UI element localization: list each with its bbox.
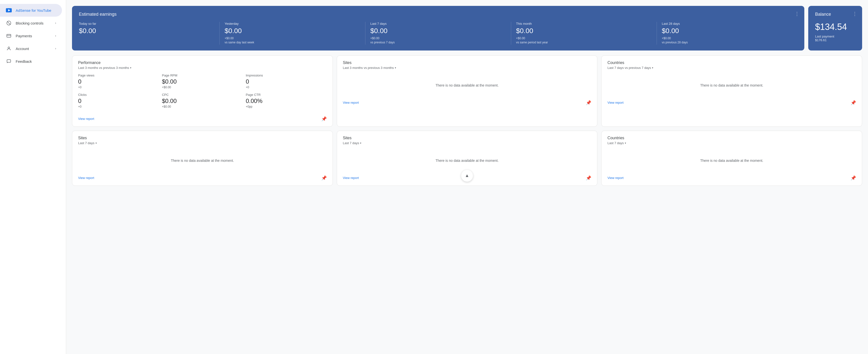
blocking-icon bbox=[6, 20, 12, 26]
account-arrow: › bbox=[55, 47, 56, 50]
middle-widgets-row: ⋮ Performance Last 3 months vs previous … bbox=[72, 55, 862, 127]
metric-impressions: Impressions 0 +0 bbox=[246, 73, 327, 89]
youtube-icon bbox=[6, 7, 12, 13]
balance-last-payment-label: Last payment bbox=[815, 35, 855, 38]
account-icon bbox=[6, 46, 12, 52]
sites2-subtitle: Last 7 days ▾ bbox=[343, 141, 591, 145]
svg-point-6 bbox=[8, 47, 10, 49]
main-content: Estimated earnings ⋮ Today so far $0.00 … bbox=[66, 0, 868, 354]
sites-bottom-subtitle: Last 7 days ▾ bbox=[78, 141, 327, 145]
earnings-period-thismonth: This month bbox=[516, 22, 652, 26]
sidebar-item-adsense-label: AdSense for YouTube bbox=[16, 8, 51, 12]
sites-bottom-dropdown-arrow[interactable]: ▾ bbox=[95, 142, 97, 144]
earnings-delta-yesterday: +$0.00 vs same day last week bbox=[225, 36, 360, 45]
svg-line-3 bbox=[7, 21, 10, 25]
performance-title: Performance bbox=[78, 61, 327, 65]
sidebar-item-blocking[interactable]: Blocking controls › bbox=[0, 17, 62, 29]
balance-amount: $134.54 bbox=[815, 22, 855, 32]
earnings-col-7days: Last 7 days $0.00 +$0.00 vs previous 7 d… bbox=[370, 22, 511, 45]
sidebar-item-adsense[interactable]: AdSense for YouTube bbox=[0, 4, 62, 17]
sidebar-item-payments[interactable]: Payments › bbox=[0, 29, 62, 42]
performance-view-report[interactable]: View report bbox=[78, 117, 94, 121]
sites1-title: Sites bbox=[343, 61, 591, 65]
countries1-subtitle: Last 7 days vs previous 7 days ▾ bbox=[608, 66, 856, 70]
sites-bottom-view-report[interactable]: View report bbox=[78, 176, 94, 180]
countries2-title: Countries bbox=[608, 136, 856, 140]
countries2-footer: View report 📌 bbox=[608, 172, 856, 181]
sidebar: AdSense for YouTube Blocking controls › … bbox=[0, 0, 66, 354]
sites-bottom-menu-button[interactable]: ⋮ bbox=[323, 136, 328, 142]
svg-rect-7 bbox=[7, 60, 11, 62]
sites-bottom-pin-icon[interactable]: 📌 bbox=[321, 175, 327, 181]
earnings-menu-button[interactable]: ⋮ bbox=[795, 11, 799, 17]
sites1-subtitle: Last 3 months vs previous 3 months ▾ bbox=[343, 66, 591, 70]
sidebar-item-account[interactable]: Account › bbox=[0, 42, 62, 55]
sidebar-item-account-label: Account bbox=[16, 47, 29, 51]
performance-dropdown-arrow[interactable]: ▾ bbox=[130, 66, 131, 69]
scroll-up-fab[interactable]: ▲ bbox=[461, 170, 473, 182]
performance-footer: View report 📌 bbox=[78, 113, 327, 122]
metric-pagerpm: Page RPM $0.00 +$0.00 bbox=[162, 73, 243, 89]
sidebar-item-feedback[interactable]: Feedback bbox=[0, 55, 62, 68]
earnings-col-today: Today so far $0.00 bbox=[79, 22, 220, 45]
blocking-arrow: › bbox=[55, 21, 56, 25]
sites1-view-report[interactable]: View report bbox=[343, 101, 359, 105]
sites-widget-1: ⋮ Sites Last 3 months vs previous 3 mont… bbox=[337, 55, 598, 127]
countries-widget-1: ⋮ Countries Last 7 days vs previous 7 da… bbox=[601, 55, 862, 127]
sites1-pin-icon[interactable]: 📌 bbox=[586, 100, 591, 106]
sites2-menu-button[interactable]: ⋮ bbox=[587, 136, 592, 142]
countries1-menu-button[interactable]: ⋮ bbox=[852, 61, 857, 66]
performance-subtitle: Last 3 months vs previous 3 months ▾ bbox=[78, 66, 327, 70]
earnings-delta-thismonth: +$0.00 vs same period last year bbox=[516, 36, 652, 45]
performance-pin-icon[interactable]: 📌 bbox=[321, 116, 327, 122]
performance-menu-button[interactable]: ⋮ bbox=[323, 61, 328, 66]
earnings-card: Estimated earnings ⋮ Today so far $0.00 … bbox=[72, 6, 804, 51]
countries1-pin-icon[interactable]: 📌 bbox=[850, 100, 856, 106]
countries1-no-data: There is no data available at the moment… bbox=[608, 73, 856, 92]
balance-last-payment-value: $176.61 bbox=[815, 38, 855, 42]
balance-menu-button[interactable]: ⋮ bbox=[852, 11, 857, 17]
metric-clicks: Clicks 0 +0 bbox=[78, 93, 159, 108]
earnings-col-yesterday: Yesterday $0.00 +$0.00 vs same day last … bbox=[225, 22, 365, 45]
earnings-title: Estimated earnings bbox=[79, 12, 798, 17]
sites-bottom-no-data: There is no data available at the moment… bbox=[78, 149, 327, 168]
countries2-dropdown-arrow[interactable]: ▾ bbox=[625, 142, 626, 144]
earnings-period-today: Today so far bbox=[79, 22, 215, 26]
performance-widget: ⋮ Performance Last 3 months vs previous … bbox=[72, 55, 333, 127]
countries2-menu-button[interactable]: ⋮ bbox=[852, 136, 857, 142]
sidebar-item-payments-label: Payments bbox=[16, 34, 32, 38]
sidebar-item-blocking-label: Blocking controls bbox=[16, 21, 43, 25]
metric-pagectr: Page CTR 0.00% +0pp bbox=[246, 93, 327, 108]
balance-title: Balance bbox=[815, 12, 855, 17]
sites1-dropdown-arrow[interactable]: ▾ bbox=[395, 66, 396, 69]
earnings-grid: Today so far $0.00 Yesterday $0.00 +$0.0… bbox=[79, 22, 798, 45]
earnings-period-7days: Last 7 days bbox=[370, 22, 506, 26]
sites-bottom-title: Sites bbox=[78, 136, 327, 140]
top-row: Estimated earnings ⋮ Today so far $0.00 … bbox=[72, 6, 862, 51]
feedback-icon bbox=[6, 58, 12, 64]
sites2-pin-icon[interactable]: 📌 bbox=[586, 175, 591, 181]
payments-icon bbox=[6, 33, 12, 39]
metric-pageviews: Page views 0 +0 bbox=[78, 73, 159, 89]
sites2-footer: View report 📌 ▲ bbox=[343, 172, 591, 181]
earnings-amount-today: $0.00 bbox=[79, 27, 215, 35]
metric-cpc: CPC $0.00 +$0.00 bbox=[162, 93, 243, 108]
sidebar-item-feedback-label: Feedback bbox=[16, 59, 32, 63]
sites2-dropdown-arrow[interactable]: ▾ bbox=[360, 142, 361, 144]
countries1-dropdown-arrow[interactable]: ▾ bbox=[652, 66, 653, 69]
sites1-menu-button[interactable]: ⋮ bbox=[587, 61, 592, 66]
metrics-grid: Page views 0 +0 Page RPM $0.00 +$0.00 Im… bbox=[78, 73, 327, 108]
earnings-amount-28days: $0.00 bbox=[662, 27, 798, 35]
sites1-footer: View report 📌 bbox=[343, 97, 591, 106]
sites-widget-2: ⋮ Sites Last 7 days ▾ There is no data a… bbox=[337, 131, 598, 186]
countries2-pin-icon[interactable]: 📌 bbox=[850, 175, 856, 181]
sites1-no-data: There is no data available at the moment… bbox=[343, 73, 591, 92]
countries1-view-report[interactable]: View report bbox=[608, 101, 624, 105]
sites2-view-report[interactable]: View report bbox=[343, 176, 359, 180]
sites2-title: Sites bbox=[343, 136, 591, 140]
countries2-subtitle: Last 7 days ▾ bbox=[608, 141, 856, 145]
countries2-view-report[interactable]: View report bbox=[608, 176, 624, 180]
sites2-no-data: There is no data available at the moment… bbox=[343, 149, 591, 168]
countries1-footer: View report 📌 bbox=[608, 97, 856, 106]
earnings-amount-7days: $0.00 bbox=[370, 27, 506, 35]
